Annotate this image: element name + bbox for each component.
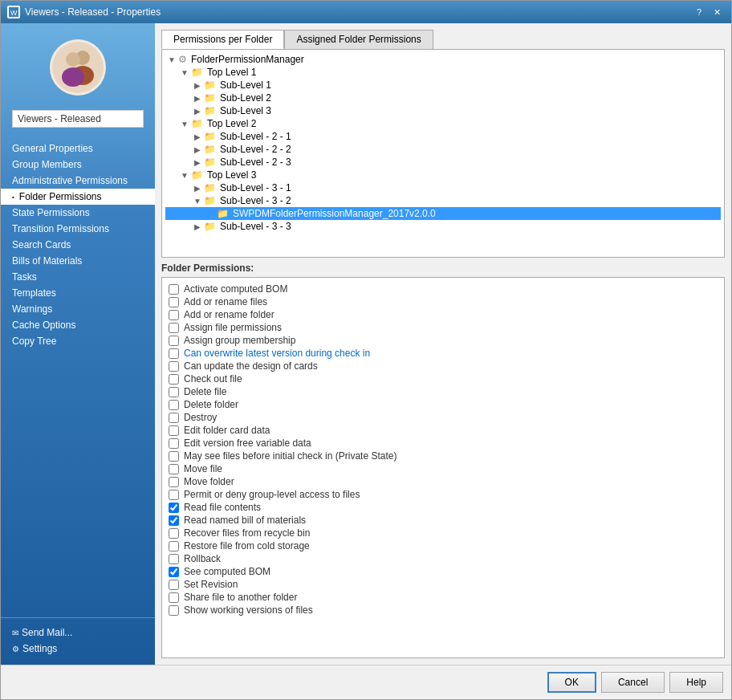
title-bar: W Viewers - Released - Properties ? ✕ [1, 1, 731, 23]
perm-label-read-contents: Read file contents [184, 502, 261, 513]
sidebar-item-administrative-permissions[interactable]: Administrative Permissions [1, 173, 155, 189]
folder-icon: 📁 [204, 157, 216, 168]
perm-checkbox-delete-file[interactable] [169, 387, 179, 397]
sidebar-item-tasks[interactable]: Tasks [1, 269, 155, 285]
tree-node-label: SWPDMFolderPermissionManager_2017v2.0.0 [233, 208, 436, 219]
sidebar-item-copy-tree[interactable]: Copy Tree [1, 333, 155, 349]
perm-checkbox-destroy[interactable] [169, 413, 179, 423]
tree-node-top3[interactable]: ▼📁Top Level 3 [165, 169, 721, 181]
tree-node-sub2-2[interactable]: ▶📁Sub-Level - 2 - 2 [165, 143, 721, 156]
tree-node-sub3-2[interactable]: ▼📁Sub-Level - 3 - 2 [165, 194, 721, 207]
perm-checkbox-recover-recycle[interactable] [169, 528, 179, 539]
perm-checkbox-delete-folder[interactable] [169, 400, 179, 410]
svg-text:W: W [10, 9, 18, 17]
expand-icon[interactable]: ▼ [167, 55, 177, 64]
perm-checkbox-read-named-bom[interactable] [169, 515, 179, 526]
perm-item-share-file: Share file to another folder [169, 591, 718, 604]
expand-icon[interactable]: ▶ [193, 183, 202, 193]
footer-item-label: Settings [22, 643, 57, 654]
expand-icon[interactable]: ▶ [193, 93, 202, 103]
perm-item-overwrite-version: Can overwrite latest version during chec… [169, 347, 718, 360]
tree-node-top1[interactable]: ▼📁Top Level 1 [165, 66, 721, 79]
tree-node-sub2-1[interactable]: ▶📁Sub-Level - 2 - 1 [165, 130, 721, 143]
perm-checkbox-edit-version-free[interactable] [169, 438, 179, 449]
tree-node-sub3-3[interactable]: ▶📁Sub-Level - 3 - 3 [165, 220, 721, 233]
perm-checkbox-permit-deny-group[interactable] [169, 490, 179, 500]
perm-checkbox-see-computed-bom[interactable] [169, 567, 179, 577]
sidebar-item-cache-options[interactable]: Cache Options [1, 317, 155, 333]
perm-checkbox-edit-folder-card[interactable] [169, 425, 179, 436]
expand-icon[interactable]: ▶ [193, 80, 202, 90]
perm-checkbox-restore-cold[interactable] [169, 541, 179, 551]
sidebar-item-state-permissions[interactable]: State Permissions [1, 205, 155, 221]
sidebar-item-search-cards[interactable]: Search Cards [1, 237, 155, 253]
expand-icon[interactable]: ▼ [180, 170, 189, 180]
perm-checkbox-see-files-before[interactable] [169, 451, 179, 462]
perm-item-assign-file-perms: Assign file permissions [169, 321, 718, 334]
expand-icon[interactable]: ▼ [193, 196, 202, 206]
perm-label-add-rename-file: Add or rename files [184, 296, 267, 307]
perm-checkbox-activate-bom[interactable] [169, 284, 179, 295]
perm-checkbox-assign-group[interactable] [169, 336, 179, 346]
ok-button[interactable]: OK [547, 672, 596, 693]
expand-icon[interactable]: ▶ [193, 222, 202, 231]
perm-checkbox-move-file[interactable] [169, 464, 179, 474]
tree-node-label: Sub-Level - 3 - 1 [220, 182, 291, 193]
sidebar-item-general-properties[interactable]: General Properties [1, 140, 155, 157]
perm-checkbox-update-cards[interactable] [169, 361, 179, 372]
perm-checkbox-assign-file-perms[interactable] [169, 323, 179, 333]
sidebar-item-folder-permissions[interactable]: •Folder Permissions [1, 189, 155, 205]
tree-node-sub1-2[interactable]: ▶📁Sub-Level 2 [165, 92, 721, 104]
expand-icon[interactable]: ▼ [180, 67, 189, 77]
expand-icon[interactable]: ▶ [193, 157, 202, 167]
perm-checkbox-show-working[interactable] [169, 605, 179, 616]
tree-node-sub3-2-child[interactable]: 📁SWPDMFolderPermissionManager_2017v2.0.0 [165, 207, 721, 220]
expand-icon[interactable]: ▶ [193, 106, 202, 116]
tree-node-sub1-1[interactable]: ▶📁Sub-Level 1 [165, 79, 721, 92]
sidebar-item-warnings[interactable]: Warnings [1, 301, 155, 317]
perm-item-move-file: Move file [169, 462, 718, 475]
tree-panel[interactable]: ▼⚙FolderPermissionManager▼📁Top Level 1▶📁… [161, 49, 725, 258]
perm-checkbox-move-folder[interactable] [169, 477, 179, 487]
help-button[interactable]: ? [691, 5, 707, 19]
footer-item-send-mail[interactable]: ✉Send Mail... [1, 625, 155, 641]
tree-node-label: Top Level 2 [207, 118, 256, 129]
tree-node-sub2-3[interactable]: ▶📁Sub-Level - 2 - 3 [165, 156, 721, 169]
perm-checkbox-overwrite-version[interactable] [169, 348, 179, 359]
cancel-button[interactable]: Cancel [601, 672, 665, 693]
sidebar-item-bills-of-materials[interactable]: Bills of Materials [1, 253, 155, 269]
perm-checkbox-add-rename-file[interactable] [169, 297, 179, 307]
perm-checkbox-add-rename-folder[interactable] [169, 310, 179, 320]
footer-item-settings[interactable]: ⚙Settings [1, 641, 155, 657]
perm-checkbox-check-out[interactable] [169, 374, 179, 385]
sidebar-item-group-members[interactable]: Group Members [1, 157, 155, 173]
sidebar-footer: ✉Send Mail...⚙Settings [1, 617, 155, 665]
perm-item-see-files-before: May see files before initial check in (P… [169, 450, 718, 462]
folder-icon: 📁 [191, 118, 203, 129]
tree-node-label: Sub-Level 3 [220, 105, 271, 116]
perm-checkbox-share-file[interactable] [169, 592, 179, 603]
sidebar-item-templates[interactable]: Templates [1, 285, 155, 301]
perm-checkbox-set-revision[interactable] [169, 580, 179, 590]
perm-checkbox-rollback[interactable] [169, 554, 179, 564]
sidebar-item-label: State Permissions [12, 207, 90, 218]
tab-assigned-folder-permissions[interactable]: Assigned Folder Permissions [284, 30, 433, 49]
tree-node-label: Top Level 1 [207, 67, 256, 78]
perm-checkbox-read-contents[interactable] [169, 503, 179, 513]
tree-node-root[interactable]: ▼⚙FolderPermissionManager [165, 53, 721, 66]
sidebar-item-transition-permissions[interactable]: Transition Permissions [1, 221, 155, 237]
tree-node-top2[interactable]: ▼📁Top Level 2 [165, 117, 721, 130]
tree-node-sub1-3[interactable]: ▶📁Sub-Level 3 [165, 104, 721, 117]
tab-permissions-per-folder[interactable]: Permissions per Folder [161, 30, 284, 49]
perm-label-permit-deny-group: Permit or deny group-level access to fil… [184, 489, 360, 500]
expand-icon[interactable]: ▼ [180, 119, 189, 128]
close-button[interactable]: ✕ [709, 5, 725, 19]
expand-icon[interactable]: ▶ [193, 132, 202, 141]
sidebar-item-label: Tasks [12, 271, 37, 283]
help-dialog-button[interactable]: Help [669, 672, 723, 693]
perm-label-rollback: Rollback [184, 553, 221, 564]
tree-node-sub3-1[interactable]: ▶📁Sub-Level - 3 - 1 [165, 181, 721, 194]
expand-icon[interactable]: ▶ [193, 144, 202, 154]
footer-item-label: Send Mail... [22, 627, 72, 638]
perm-label-see-computed-bom: See computed BOM [184, 566, 270, 577]
